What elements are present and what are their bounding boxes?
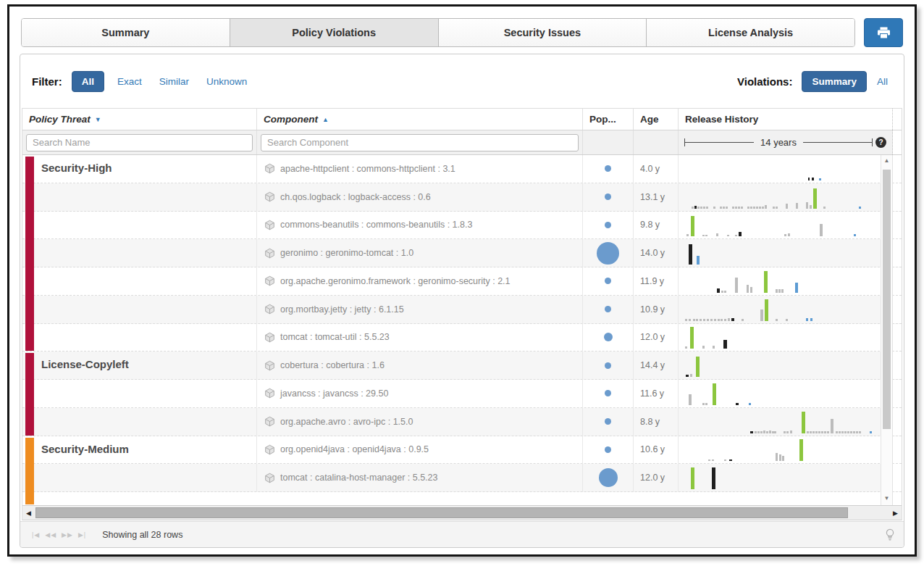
column-header-policy-threat[interactable]: Policy Threat ▼ (22, 109, 257, 130)
scroll-down-icon[interactable]: ▼ (881, 493, 892, 504)
release-history-chart (679, 267, 893, 295)
policy-threat-group-label: License-Copyleft (41, 358, 129, 370)
filter-similar-link[interactable]: Similar (159, 76, 189, 87)
release-bar (712, 467, 715, 489)
first-page-button[interactable]: |◀ (32, 531, 40, 538)
search-gutter (893, 130, 902, 154)
scroll-left-icon[interactable]: ◀ (22, 509, 35, 517)
release-bar (806, 318, 808, 320)
component-row[interactable]: org.openid4java : openid4java : 0.9.510.… (22, 436, 902, 465)
popularity-cell (583, 183, 634, 211)
row-gutter (893, 380, 902, 407)
release-bar (807, 431, 809, 433)
next-page-button[interactable]: ▶▶ (62, 531, 73, 538)
release-bar (802, 412, 805, 433)
last-page-button[interactable]: ▶| (78, 531, 86, 538)
filter-unknown-link[interactable]: Unknown (206, 76, 247, 87)
lightbulb-icon[interactable] (885, 528, 895, 541)
policy-threat-cell (22, 380, 257, 407)
violations-summary-button[interactable]: Summary (802, 71, 867, 92)
horizontal-scrollbar[interactable]: ◀ ▶ (22, 505, 902, 520)
column-header-release-history[interactable]: Release History (679, 109, 893, 130)
timeline-label: 14 years (754, 137, 803, 148)
violations-all-link[interactable]: All (877, 76, 888, 87)
release-history-chart (679, 380, 893, 407)
row-gutter (893, 352, 902, 379)
release-history-chart (679, 239, 893, 267)
policy-threat-cell (22, 296, 257, 323)
component-row[interactable]: ch.qos.logback : logback-access : 0.613.… (22, 183, 902, 212)
tab-policy-violations[interactable]: Policy Violations (230, 19, 439, 46)
component-row[interactable]: tomcat : catalina-host-manager : 5.5.231… (22, 464, 902, 492)
age-cell: 9.8 y (634, 212, 679, 239)
component-row[interactable]: commons-beanutils : commons-beanutils : … (22, 212, 902, 240)
release-bar (859, 207, 861, 209)
scroll-right-icon[interactable]: ▶ (889, 509, 902, 517)
release-bar (732, 207, 734, 208)
component-row[interactable]: cobertura : cobertura : 1.614.4 y (22, 352, 902, 380)
column-header-popularity[interactable]: Pop... (583, 109, 634, 130)
release-bar (760, 431, 763, 433)
release-bar (717, 288, 720, 293)
popularity-cell (583, 267, 634, 295)
age-cell: 14.0 y (634, 239, 679, 267)
column-header-component[interactable]: Component ▲ (257, 109, 583, 130)
policy-threat-cell (22, 267, 257, 295)
component-row[interactable]: org.mortbay.jetty : jetty : 6.1.1510.9 y (22, 296, 902, 324)
component-row[interactable]: org.apache.geronimo.framework : geronimo… (22, 267, 902, 296)
horizontal-scrollbar-track[interactable] (35, 506, 889, 520)
release-bar (844, 431, 847, 433)
filter-all-button[interactable]: All (72, 71, 104, 92)
vertical-scrollbar[interactable]: ▲ ▼ (881, 155, 893, 505)
component-row[interactable]: apache-httpclient : commons-httpclient :… (22, 155, 902, 183)
component-label: tomcat : tomcat-util : 5.5.23 (280, 332, 390, 342)
component-row[interactable]: tomcat : tomcat-util : 5.5.2312.0 y (22, 324, 902, 352)
release-bar (712, 459, 714, 461)
print-button[interactable] (864, 18, 903, 47)
component-row[interactable]: org.apache.avro : avro-ipc : 1.5.08.8 y (22, 408, 902, 436)
release-history-chart (679, 436, 893, 464)
component-cell: apache-httpclient : commons-httpclient :… (257, 155, 583, 183)
release-bar (854, 234, 856, 236)
policy-threat-cell (22, 464, 257, 491)
release-bar (749, 403, 751, 405)
release-bar (776, 319, 778, 320)
policy-threat-group-label: Security-Medium (41, 443, 129, 455)
component-cell: org.apache.avro : avro-ipc : 1.5.0 (257, 408, 583, 436)
vertical-scrollbar-thumb[interactable] (883, 170, 891, 429)
release-bar (831, 419, 833, 433)
release-bar (726, 207, 728, 208)
popularity-cell (583, 380, 634, 407)
release-bar (724, 319, 726, 320)
previous-page-button[interactable]: ◀◀ (45, 531, 56, 538)
release-bar (786, 431, 789, 433)
popularity-dot (605, 390, 611, 396)
release-bar (741, 207, 743, 208)
horizontal-scrollbar-thumb[interactable] (35, 507, 848, 518)
search-component-input[interactable] (261, 134, 579, 151)
release-bar (796, 203, 798, 208)
release-history-chart (679, 352, 893, 379)
release-bar (765, 205, 767, 208)
release-bar (689, 244, 692, 265)
tab-license-analysis[interactable]: License Analysis (647, 19, 854, 46)
component-row[interactable]: geronimo : geronimo-tomcat : 1.014.0 y (22, 239, 902, 267)
release-bar (774, 431, 776, 433)
tab-security-issues[interactable]: Security Issues (439, 19, 647, 46)
column-header-age[interactable]: Age (634, 109, 679, 130)
help-icon[interactable]: ? (875, 137, 886, 148)
tab-summary[interactable]: Summary (22, 19, 230, 46)
popularity-cell (583, 212, 634, 239)
age-cell: 4.0 y (634, 155, 679, 183)
release-bar (703, 207, 705, 208)
search-name-input[interactable] (26, 134, 253, 151)
violations-table: Policy Threat ▼ Component ▲ Pop... Age R… (22, 108, 902, 520)
threat-bar (25, 438, 34, 505)
filter-exact-link[interactable]: Exact (117, 76, 142, 87)
component-row[interactable]: javancss : javancss : 29.5011.6 y (22, 380, 902, 408)
release-bar (759, 207, 761, 208)
scroll-up-icon[interactable]: ▲ (881, 155, 892, 167)
component-label: org.openid4java : openid4java : 0.9.5 (280, 444, 429, 454)
popularity-dot (605, 418, 611, 425)
release-history-chart (679, 324, 893, 352)
